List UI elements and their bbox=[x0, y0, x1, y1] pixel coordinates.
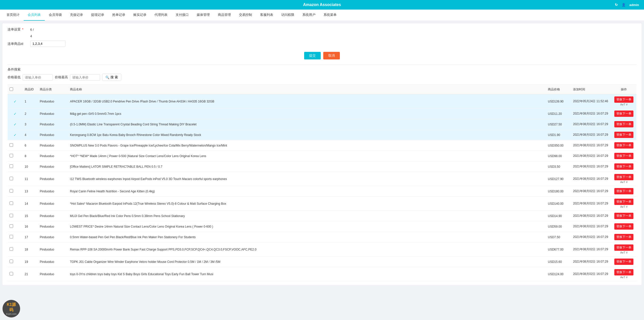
row-checkbox[interactable] bbox=[10, 154, 13, 157]
cell-checkbox bbox=[8, 257, 23, 267]
nav-item-充值记录[interactable]: 充值记录 bbox=[66, 10, 87, 21]
nav-item-抢单记录[interactable]: 抢单记录 bbox=[108, 10, 129, 21]
nav-item-访问权限[interactable]: 访问权限 bbox=[277, 10, 298, 21]
cell-time: 2021年08月02日 16:07:29 bbox=[571, 109, 611, 119]
replace-next-button[interactable]: 替换下一单 bbox=[614, 96, 633, 103]
nav-item-系统用户[interactable]: 系统用户 bbox=[298, 10, 319, 21]
row-checkbox[interactable] bbox=[10, 214, 13, 217]
row-checkbox[interactable] bbox=[10, 272, 13, 275]
nav-item-提现记录[interactable]: 提现记录 bbox=[87, 10, 108, 21]
cell-category: Pinduoduo bbox=[38, 119, 68, 130]
nav-item-支付接口[interactable]: 支付接口 bbox=[172, 10, 193, 21]
replace-next-button[interactable]: 替换下一单 bbox=[614, 111, 633, 117]
check-mark-icon: ✓ bbox=[10, 99, 21, 103]
cell-checkbox: ✓ bbox=[8, 109, 23, 119]
replace-next-button[interactable]: 替换下一单 bbox=[614, 174, 633, 180]
check-mark-icon: ✓ bbox=[10, 133, 21, 137]
cell-checkbox bbox=[8, 267, 23, 281]
nav-item-媒体管理[interactable]: 媒体管理 bbox=[193, 10, 214, 21]
refresh-icon[interactable]: ↻ bbox=[615, 3, 618, 7]
cell-action: 替换下一单AeT # bbox=[611, 267, 636, 281]
row-checkbox[interactable] bbox=[10, 177, 13, 180]
row-checkbox[interactable] bbox=[10, 201, 13, 205]
row-checkbox[interactable] bbox=[10, 235, 13, 238]
required-mark: * bbox=[22, 27, 23, 31]
product-table: 商品ID 商品分类 商品名称 商品价格 添加时间 操作 ✓1PinduoduoA… bbox=[8, 85, 636, 281]
replace-next-button[interactable]: 替换下一单 bbox=[614, 259, 633, 265]
replace-next-button[interactable]: 替换下一单 bbox=[614, 188, 633, 194]
cell-time: 2021年08月02日 16:07:29 bbox=[571, 119, 611, 130]
cell-time: 2021年08月02日 16:07:29 bbox=[571, 267, 611, 281]
cell-name: SNOWPLUS New 3.0 Pods Flavors - Grape Ic… bbox=[68, 140, 546, 151]
replace-next-button[interactable]: 替换下一单 bbox=[614, 153, 633, 159]
replace-next-button[interactable]: 替换下一单 bbox=[614, 244, 633, 251]
replace-next-button[interactable]: 替换下一单 bbox=[614, 269, 633, 275]
submit-button[interactable]: 提交 bbox=[304, 52, 321, 59]
cell-category: Pinduoduo bbox=[38, 221, 68, 232]
nav-item-系统菜单[interactable]: 系统菜单 bbox=[319, 10, 341, 21]
th-id: 商品ID bbox=[23, 85, 38, 94]
cell-checkbox bbox=[8, 151, 23, 161]
cell-checkbox: ✓ bbox=[8, 130, 23, 140]
cell-action: 替换下一单 bbox=[611, 257, 636, 267]
cell-id: 18 bbox=[23, 242, 38, 257]
cell-price: USD350.00 bbox=[546, 140, 571, 151]
cell-name: i12 TWS Bluetooth wireless earphones Inp… bbox=[68, 172, 546, 186]
replace-next-button[interactable]: 替换下一单 bbox=[614, 234, 633, 240]
header-right: ↻ 👤 admin bbox=[615, 3, 639, 7]
table-row: ✓1PinduoduoAPACER 16GB / 32GB USB2.0 Pen… bbox=[8, 94, 636, 109]
row-checkbox[interactable] bbox=[10, 247, 13, 251]
cell-action: 替换下一单 bbox=[611, 232, 636, 242]
replace-next-button[interactable]: 替换下一单 bbox=[614, 132, 633, 138]
cell-id: 10 bbox=[23, 161, 38, 172]
nav-item-会员列表[interactable]: 会员列表 bbox=[24, 10, 45, 21]
cancel-button[interactable]: 取消 bbox=[323, 52, 340, 59]
replace-next-button[interactable]: 替换下一单 bbox=[614, 142, 633, 149]
table-row: 11Pinduoduoi12 TWS Bluetooth wireless ea… bbox=[8, 172, 636, 186]
row-checkbox[interactable] bbox=[10, 164, 13, 168]
nav-item-客服列表[interactable]: 客服列表 bbox=[256, 10, 277, 21]
cell-id: 3 bbox=[23, 119, 38, 130]
min-price-input[interactable] bbox=[23, 74, 53, 81]
max-price-input[interactable] bbox=[70, 74, 100, 81]
row-checkbox[interactable] bbox=[10, 260, 13, 263]
row-checkbox[interactable] bbox=[10, 143, 13, 147]
replace-next-button[interactable]: 替换下一单 bbox=[614, 163, 633, 170]
cell-id: 6 bbox=[23, 140, 38, 151]
table-row: 16PinduoduoLOWEST PRICE* Desire 14mm Nat… bbox=[8, 221, 636, 232]
nav-item-交易控制[interactable]: 交易控制 bbox=[235, 10, 256, 21]
cell-time: 2021年08月02日 16:07:29 bbox=[571, 211, 611, 221]
cell-price: USD59.00 bbox=[546, 221, 571, 232]
cell-name: M&g gel pen r3/r5 0.5mm/0.7mm 1pcs bbox=[68, 109, 546, 119]
th-action: 操作 bbox=[611, 85, 636, 94]
cell-price: USD677.00 bbox=[546, 242, 571, 257]
select-all-checkbox[interactable] bbox=[10, 87, 13, 91]
cell-checkbox bbox=[8, 221, 23, 232]
order-setting-row: 连单设置 * 6 / bbox=[8, 27, 636, 32]
table-row: 10Pinduoduo[Office Matters] LATOR SIMPLE… bbox=[8, 161, 636, 172]
replace-next-button[interactable]: 替换下一单 bbox=[614, 199, 633, 205]
nav-item-首页统计[interactable]: 首页统计 bbox=[3, 10, 24, 21]
replace-next-button[interactable]: 替换下一单 bbox=[614, 121, 633, 127]
search-button[interactable]: 🔍 搜 索 bbox=[102, 74, 121, 81]
nav-item-账实记录[interactable]: 账实记录 bbox=[129, 10, 150, 21]
cell-name: (0.5-1.0MM) Elastic Line Transparent Cry… bbox=[68, 119, 546, 130]
replace-next-button[interactable]: 替换下一单 bbox=[614, 213, 633, 219]
nav-item-代理列表[interactable]: 代理列表 bbox=[150, 10, 172, 21]
cell-category: Pinduoduo bbox=[38, 109, 68, 119]
row-checkbox[interactable] bbox=[10, 224, 13, 228]
goods-id-input[interactable] bbox=[30, 41, 65, 47]
cell-price: USD140.00 bbox=[546, 197, 571, 211]
nav-item-商品管理[interactable]: 商品管理 bbox=[214, 10, 235, 21]
cell-price: USD27.50 bbox=[546, 119, 571, 130]
cell-time: 2021年08月02日 16:07:29 bbox=[571, 232, 611, 242]
admin-icon: 👤 bbox=[622, 3, 626, 7]
cell-price: USD7.50 bbox=[546, 232, 571, 242]
nav-item-会员等级[interactable]: 会员等级 bbox=[45, 10, 66, 21]
th-name: 商品名称 bbox=[68, 85, 546, 94]
replace-next-button[interactable]: 替换下一单 bbox=[614, 223, 633, 230]
row-checkbox[interactable] bbox=[10, 189, 13, 193]
cell-id: 16 bbox=[23, 221, 38, 232]
cell-category: Pinduoduo bbox=[38, 151, 68, 161]
aet-badge: AeT # bbox=[620, 251, 627, 254]
